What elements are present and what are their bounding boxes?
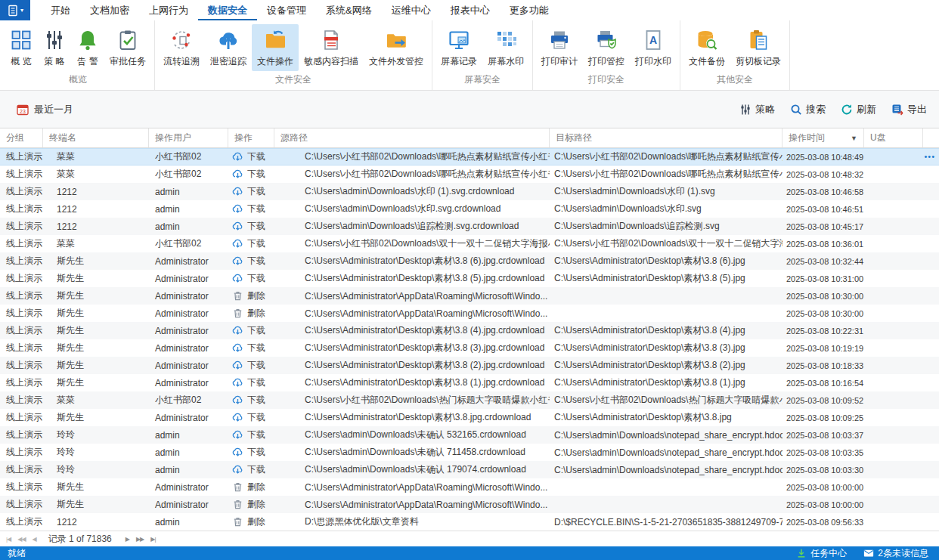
column-header[interactable]: U盘 bbox=[864, 128, 923, 147]
table-row[interactable]: 线上演示菜菜小红书部02下载C:\Users\小红书部02\Downloads\… bbox=[0, 391, 939, 409]
ribbon-button[interactable]: 审批任务 bbox=[104, 24, 151, 71]
ribbon-button[interactable]: 泄密追踪 bbox=[205, 24, 252, 71]
ribbon-button[interactable]: 打印审计 bbox=[536, 24, 583, 71]
cell-usb bbox=[864, 426, 923, 444]
table-row[interactable]: 线上演示斯先生Administrator下载C:\Users\Administr… bbox=[0, 339, 939, 357]
ribbon-button[interactable]: 策 略 bbox=[38, 24, 71, 71]
ribbon-button[interactable]: 屏幕记录 bbox=[435, 24, 482, 71]
column-header[interactable]: 分组 bbox=[0, 128, 43, 147]
filter-dropdown-icon[interactable]: ▼ bbox=[851, 135, 857, 142]
ribbon-button[interactable]: 告 警 bbox=[71, 24, 104, 71]
ribbon-button[interactable]: 敏感内容扫描 bbox=[299, 24, 364, 71]
menu-tab-2[interactable]: 文档加密 bbox=[80, 0, 139, 20]
cell-usb bbox=[864, 252, 923, 270]
cell-gutter bbox=[923, 357, 939, 374]
cell-target-path: C:\Users\小红书部02\Downloads\双十一双十二促销大字海报..… bbox=[550, 235, 782, 252]
menu-tab-4[interactable]: 数据安全 bbox=[198, 0, 257, 20]
ribbon-button[interactable]: 打印管控 bbox=[583, 24, 630, 71]
table-row[interactable]: 线上演示斯先生Administrator下载C:\Users\Administr… bbox=[0, 357, 939, 374]
menu-tab-1[interactable]: 开始 bbox=[41, 0, 80, 20]
column-header[interactable]: 目标路径 bbox=[550, 128, 782, 147]
pager-first-button[interactable]: |◀ bbox=[6, 536, 11, 543]
cell-target-path bbox=[550, 287, 782, 305]
task-center-button[interactable]: 任务中心 bbox=[796, 547, 847, 560]
cell-group: 线上演示 bbox=[0, 183, 43, 200]
ribbon-group-label: 打印安全 bbox=[536, 73, 677, 90]
ribbon-button[interactable]: 流转追溯 bbox=[158, 24, 205, 71]
pager-next-button[interactable]: ▶ bbox=[126, 536, 129, 543]
cell-user: admin bbox=[149, 183, 228, 200]
pager-last-button[interactable]: ▶| bbox=[150, 536, 155, 543]
cell-terminal: 斯先生 bbox=[43, 339, 149, 357]
column-header[interactable]: 源路径 bbox=[274, 128, 550, 147]
menu-tab-6[interactable]: 系统&网络 bbox=[316, 0, 382, 20]
table-row[interactable]: 线上演示斯先生Administrator下载C:\Users\Administr… bbox=[0, 409, 939, 426]
table-row[interactable]: 线上演示斯先生Administrator删除C:\Users\Administr… bbox=[0, 478, 939, 496]
menu-tab-9[interactable]: 更多功能 bbox=[500, 0, 559, 20]
table-row[interactable]: 线上演示斯先生Administrator删除C:\Users\Administr… bbox=[0, 496, 939, 513]
table-row[interactable]: 线上演示斯先生Administrator删除C:\Users\Administr… bbox=[0, 287, 939, 305]
column-header[interactable]: 操作用户 bbox=[149, 128, 228, 147]
menu-tab-3[interactable]: 上网行为 bbox=[139, 0, 198, 20]
ribbon-group: 概 览策 略告 警审批任务概览 bbox=[2, 20, 155, 90]
cell-source-path: C:\Users\admin\Downloads\未确认 532165.crdo… bbox=[274, 426, 550, 444]
刷新-button[interactable]: 刷新 bbox=[841, 103, 876, 116]
cell-source-path: C:\Users\admin\Downloads\水印.svg.crdownlo… bbox=[274, 200, 550, 218]
pager-prev-page-button[interactable]: ◀◀ bbox=[17, 536, 25, 543]
table-row[interactable]: 线上演示斯先生Administrator删除C:\Users\Administr… bbox=[0, 305, 939, 322]
table-row[interactable]: 线上演示斯先生Administrator下载C:\Users\Administr… bbox=[0, 270, 939, 287]
table-row[interactable]: 线上演示玲玲admin下载C:\Users\admin\Downloads\未确… bbox=[0, 461, 939, 478]
pager-next-page-button[interactable]: ▶▶ bbox=[136, 536, 144, 543]
cell-source-path: C:\Users\Administrator\AppData\Roaming\M… bbox=[274, 496, 550, 513]
row-actions-button[interactable]: ••• bbox=[924, 150, 935, 162]
cell-operation: 下载 bbox=[228, 391, 274, 409]
ribbon-button[interactable]: A打印水印 bbox=[630, 24, 677, 71]
ribbon-button[interactable]: 剪切板记录 bbox=[730, 24, 786, 71]
cell-target-path: C:\Users\Administrator\Desktop\素材\3.8.jp… bbox=[550, 409, 782, 426]
table-row[interactable]: 线上演示玲玲admin下载C:\Users\admin\Downloads\未确… bbox=[0, 444, 939, 461]
download-op-icon bbox=[232, 221, 243, 232]
menu-tab-7[interactable]: 运维中心 bbox=[382, 0, 441, 20]
column-header[interactable]: 终端名 bbox=[43, 128, 149, 147]
table-row[interactable]: 线上演示菜菜小红书部02下载C:\Users\小红书部02\Downloads\… bbox=[0, 235, 939, 252]
ribbon-button[interactable]: 屏幕水印 bbox=[482, 24, 529, 71]
refresh-sm-icon bbox=[841, 104, 853, 116]
策略-button[interactable]: 策略 bbox=[739, 103, 775, 116]
table-row[interactable]: 线上演示斯先生Administrator下载C:\Users\Administr… bbox=[0, 252, 939, 270]
table-row[interactable]: 线上演示1212admin下载C:\Users\admin\Downloads\… bbox=[0, 183, 939, 200]
column-header[interactable]: 操作 bbox=[228, 128, 274, 147]
pager-prev-button[interactable]: ◀ bbox=[33, 536, 36, 543]
cell-usb bbox=[864, 270, 923, 287]
ribbon-button[interactable]: 文件操作 bbox=[252, 24, 299, 71]
cell-user: Administrator bbox=[149, 270, 228, 287]
table-row[interactable]: 线上演示斯先生Administrator下载C:\Users\Administr… bbox=[0, 322, 939, 339]
cell-operation: 下载 bbox=[228, 322, 274, 339]
unread-messages-button[interactable]: 2条未读信息 bbox=[863, 547, 928, 560]
table-row[interactable]: 线上演示菜菜小红书部02下载C:\Users\小红书部02\Downloads\… bbox=[0, 148, 939, 166]
搜索-button[interactable]: 搜索 bbox=[790, 103, 826, 116]
table-row[interactable]: 线上演示1212admin删除D:\思源黑体优化版\文章资料D:\$RECYCL… bbox=[0, 513, 939, 531]
ribbon-button-label: 打印审计 bbox=[541, 55, 578, 68]
column-header[interactable]: 操作时间▼ bbox=[782, 128, 864, 147]
table-row[interactable]: 线上演示玲玲admin下载C:\Users\admin\Downloads\未确… bbox=[0, 426, 939, 444]
ribbon-button[interactable]: 概 览 bbox=[5, 24, 38, 71]
cell-terminal: 斯先生 bbox=[43, 496, 149, 513]
cell-user: Administrator bbox=[149, 357, 228, 374]
column-header[interactable] bbox=[923, 128, 939, 147]
ribbon-button[interactable]: 文件备份 bbox=[683, 24, 730, 71]
ribbon-button[interactable]: 文件外发管控 bbox=[364, 24, 429, 71]
menu-tab-5[interactable]: 设备管理 bbox=[257, 0, 316, 20]
table-row[interactable]: 线上演示1212admin下载C:\Users\admin\Downloads\… bbox=[0, 200, 939, 218]
table-row[interactable]: 线上演示1212admin下载C:\Users\admin\Downloads\… bbox=[0, 218, 939, 235]
cell-usb bbox=[864, 461, 923, 478]
table-row[interactable]: 线上演示菜菜小红书部02下载C:\Users\小红书部02\Downloads\… bbox=[0, 166, 939, 183]
flow-trace-icon bbox=[170, 28, 193, 52]
cell-terminal: 斯先生 bbox=[43, 252, 149, 270]
menu-tab-8[interactable]: 报表中心 bbox=[441, 0, 500, 20]
cell-source-path: C:\Users\Administrator\Desktop\素材\3.8 (2… bbox=[274, 357, 550, 374]
app-menu-button[interactable]: ▾ bbox=[0, 0, 30, 20]
table-row[interactable]: 线上演示斯先生Administrator下载C:\Users\Administr… bbox=[0, 374, 939, 391]
date-range-filter[interactable]: 23 最近一月 bbox=[17, 103, 73, 116]
导出-button[interactable]: 导出 bbox=[891, 103, 927, 116]
cell-time: 2025-03-08 10:48:32 bbox=[782, 166, 864, 183]
